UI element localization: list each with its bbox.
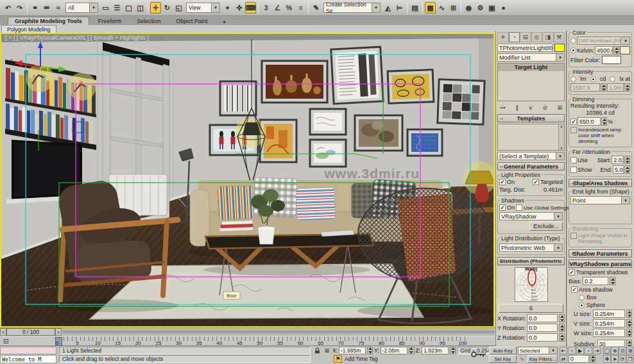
intensity-spinner[interactable] bbox=[601, 83, 606, 92]
scene-canvas[interactable]: x y www.3dmir.ru www.3dmir.ru floor bbox=[1, 34, 493, 326]
dimming-percent-field[interactable]: 650.0 bbox=[578, 117, 601, 126]
trackbar-mode-icon[interactable]: ⊟ bbox=[3, 338, 8, 345]
chevron-down-icon[interactable]: ▾ bbox=[90, 3, 98, 13]
scroll-down-icon[interactable]: ▼ bbox=[560, 146, 563, 150]
chevron-down-icon[interactable]: ▾ bbox=[556, 53, 565, 62]
cd-radio[interactable] bbox=[590, 76, 596, 82]
templates-listbox[interactable]: ▲ ▼ bbox=[497, 124, 565, 151]
viewport-label[interactable]: [ + ] [ VRayPhysicalCamera001 ] [ Smooth… bbox=[5, 35, 149, 41]
make-unique-icon[interactable]: ∨ bbox=[528, 104, 533, 111]
redo-icon[interactable]: ↷ bbox=[14, 2, 25, 13]
render-setup-icon[interactable]: ⚙ bbox=[475, 2, 486, 13]
time-slider-handle[interactable]: 0 / 100 bbox=[6, 328, 55, 336]
chevron-down-icon[interactable]: ▾ bbox=[556, 152, 565, 160]
render-production-icon[interactable]: ● bbox=[498, 2, 509, 13]
picture-still-life[interactable] bbox=[262, 61, 327, 103]
u-size-field[interactable]: 0.254m bbox=[593, 310, 625, 318]
kelvin-radio[interactable] bbox=[570, 47, 576, 53]
tab-polygon-modeling[interactable]: Polygon Modeling bbox=[1, 25, 56, 33]
chevron-down-icon[interactable]: ▾ bbox=[622, 196, 630, 204]
align-icon[interactable]: ⊨ bbox=[394, 2, 405, 13]
light-shape-visible-checkbox[interactable] bbox=[570, 233, 577, 239]
subdivs-field[interactable]: 30 bbox=[597, 340, 625, 346]
current-frame-spinner[interactable] bbox=[590, 355, 595, 363]
tab-create[interactable]: ✳ bbox=[497, 32, 509, 42]
snaps-toggle-icon[interactable]: 3 bbox=[261, 2, 271, 13]
expand-icon[interactable]: + bbox=[571, 250, 574, 258]
orbit-icon[interactable]: ⟳ bbox=[619, 355, 626, 363]
object-name-field[interactable]: TPhotometricLight001 bbox=[497, 44, 553, 52]
dimming-checkbox[interactable]: ✓ bbox=[570, 119, 577, 125]
rollout-vrayshadows-params[interactable]: − VRayShadows params bbox=[569, 260, 632, 268]
zoom-icon[interactable]: ◯ bbox=[603, 347, 611, 354]
z-coord-field[interactable]: 1.923m bbox=[422, 347, 449, 354]
auto-key-button[interactable]: Auto Key bbox=[489, 347, 517, 354]
kelvin-color-swatch[interactable] bbox=[620, 46, 630, 54]
select-and-manipulate-icon[interactable]: ✜ bbox=[234, 2, 244, 13]
selection-lock-icon[interactable] bbox=[313, 347, 321, 354]
lx-distance-field[interactable]: 1.0m bbox=[607, 83, 624, 92]
web-file-button[interactable]: 6 bbox=[499, 304, 563, 313]
rollout-shape-area-shadows[interactable]: − Shape/Area Shadows bbox=[569, 179, 632, 187]
light-on-checkbox[interactable]: ✓ bbox=[499, 179, 506, 185]
chevron-down-icon[interactable]: ▾ bbox=[372, 3, 381, 13]
select-by-name-icon[interactable]: ☰ bbox=[112, 2, 123, 13]
d65-radio[interactable] bbox=[570, 38, 576, 44]
z-coord-spinner[interactable] bbox=[450, 347, 456, 354]
modifier-stack[interactable]: Target Light bbox=[497, 63, 565, 101]
far-att-end-field[interactable]: 5.08m bbox=[613, 165, 624, 174]
collapse-icon[interactable]: − bbox=[571, 260, 574, 268]
mirror-icon[interactable]: ◭ bbox=[382, 2, 393, 13]
chevron-down-icon[interactable]: ▾ bbox=[554, 244, 563, 252]
named-selection-sets-dropdown[interactable]: Create Selection Se ▾ bbox=[323, 3, 381, 13]
reference-coordinate-dropdown[interactable]: View ▾ bbox=[186, 3, 220, 13]
picture-sepia-photo[interactable] bbox=[355, 115, 402, 151]
previous-frame-icon[interactable]: ‹ bbox=[568, 347, 576, 354]
box-radio[interactable] bbox=[579, 295, 585, 301]
collapse-icon[interactable]: − bbox=[500, 115, 503, 122]
maxscript-mini-listener-macro[interactable] bbox=[0, 347, 56, 354]
y-coord-spinner[interactable] bbox=[409, 347, 415, 354]
template-select-dropdown[interactable]: (Select a Template) bbox=[497, 152, 556, 160]
timeline-ruler[interactable]: ⊟ 05101520253035404550556065707580859095… bbox=[0, 336, 495, 346]
picture-sketch[interactable] bbox=[310, 109, 346, 135]
chevron-down-icon[interactable]: ▾ bbox=[549, 347, 558, 354]
far-att-start-spinner[interactable] bbox=[624, 156, 630, 164]
y-coord-field[interactable]: -2.06m bbox=[381, 347, 407, 354]
collapse-icon[interactable]: − bbox=[500, 163, 503, 170]
curve-editor-icon[interactable]: ∿ bbox=[436, 2, 447, 13]
picture-orange-abstract[interactable] bbox=[260, 120, 296, 162]
targeted-checkbox[interactable]: ✓ bbox=[533, 179, 539, 185]
window-crossing-icon[interactable]: ◫ bbox=[135, 2, 146, 13]
kelvin-field[interactable]: 4500.0 bbox=[595, 46, 613, 54]
area-shadow-checkbox[interactable]: ✓ bbox=[571, 286, 578, 293]
picture-newspaper[interactable] bbox=[331, 47, 383, 104]
angle-snap-icon[interactable]: ∠ bbox=[272, 2, 283, 13]
tab-freeform[interactable]: Freeform bbox=[92, 17, 128, 25]
stack-item-target-light[interactable]: Target Light bbox=[498, 63, 564, 71]
far-att-show-checkbox[interactable] bbox=[570, 167, 577, 173]
set-key-button[interactable]: Set Key bbox=[489, 355, 517, 363]
tab-display[interactable]: ◨ bbox=[542, 32, 554, 42]
lm-radio[interactable] bbox=[570, 76, 576, 82]
scroll-up-icon[interactable]: ▲ bbox=[560, 124, 563, 128]
far-att-use-checkbox[interactable] bbox=[570, 157, 577, 163]
pan-icon[interactable]: ✥ bbox=[603, 355, 611, 363]
chevron-down-icon[interactable]: ▾ bbox=[622, 37, 630, 45]
rollout-distribution-web[interactable]: − Distribution (Photometric Web) bbox=[497, 257, 565, 265]
pin-stack-icon[interactable]: ⊶ bbox=[500, 104, 506, 111]
percent-snap-icon[interactable]: % bbox=[284, 2, 295, 13]
configure-modifier-sets-icon[interactable]: ⊞ bbox=[557, 104, 562, 111]
distribution-type-dropdown[interactable]: Photometric Web bbox=[499, 244, 554, 252]
camera-viewport[interactable]: [ + ] [ VRayPhysicalCamera001 ] [ Smooth… bbox=[0, 33, 495, 327]
incandescent-checkbox[interactable] bbox=[570, 127, 577, 133]
walk-through-icon[interactable]: ➤ bbox=[611, 355, 619, 363]
graphite-ribbon-toggle-icon[interactable]: ▦ bbox=[425, 2, 436, 13]
far-att-end-spinner[interactable] bbox=[624, 165, 630, 174]
schematic-view-icon[interactable]: ⊞ bbox=[448, 2, 459, 13]
table-books[interactable] bbox=[219, 220, 253, 231]
zoom-all-icon[interactable]: ⊕ bbox=[611, 347, 619, 354]
remove-modifier-icon[interactable]: ⊘ bbox=[542, 104, 547, 111]
use-global-settings-checkbox[interactable] bbox=[516, 204, 522, 211]
x-coord-spinner[interactable] bbox=[367, 347, 373, 354]
